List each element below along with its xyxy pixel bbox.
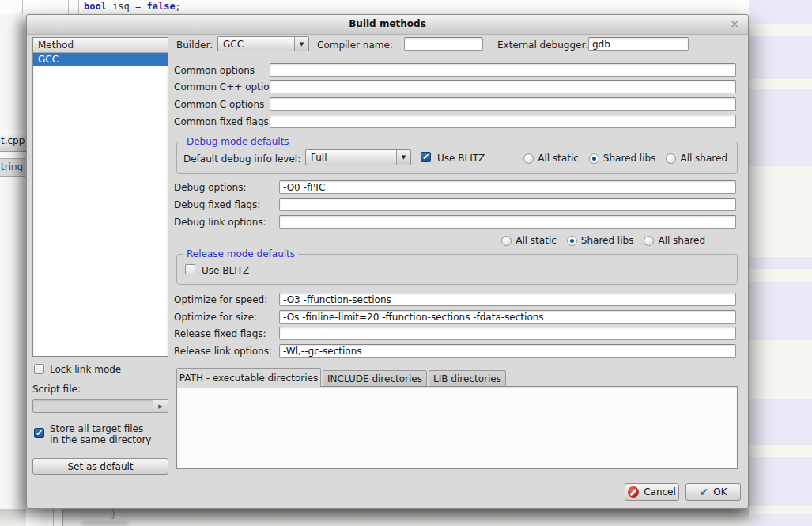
debug-info-level-value: Full bbox=[306, 150, 396, 165]
method-list[interactable]: Method GCC bbox=[32, 37, 168, 357]
release-use-blitz-checkbox[interactable] bbox=[185, 264, 195, 274]
release-use-blitz-label: Use BLITZ bbox=[202, 265, 249, 276]
debug-fixed-flags-input[interactable] bbox=[279, 198, 736, 211]
radio-icon[interactable] bbox=[501, 236, 512, 246]
dialog-title: Build methods bbox=[27, 15, 748, 33]
store-target-files-checkbox[interactable] bbox=[34, 428, 44, 438]
chevron-down-icon: ▼ bbox=[294, 37, 308, 51]
dialog-titlebar[interactable]: Build methods – × bbox=[27, 15, 748, 35]
radio-all-shared[interactable]: All shared bbox=[666, 153, 727, 164]
script-file-label: Script file: bbox=[32, 384, 81, 395]
release-group-title: Release mode defaults bbox=[183, 248, 298, 259]
debug-link-options-input[interactable] bbox=[279, 215, 736, 229]
editor-gutter-line bbox=[68, 0, 69, 14]
radio-icon[interactable] bbox=[666, 153, 676, 164]
debug-use-blitz-checkbox[interactable] bbox=[421, 152, 431, 162]
code-fragment: } bbox=[111, 509, 116, 520]
combo-arrow-icon[interactable]: ▶ bbox=[153, 400, 168, 412]
tab-include-directories[interactable]: INCLUDE directories bbox=[323, 370, 427, 387]
minimize-icon[interactable]: – bbox=[707, 15, 724, 33]
release-link-mode-radio-group: All static Shared libs All shared bbox=[491, 235, 705, 246]
code-fragment-blur bbox=[81, 521, 129, 526]
radio-all-static[interactable]: All static bbox=[523, 153, 579, 164]
script-file-combo-value bbox=[33, 400, 153, 412]
background-editor-area: bool isq = false; bbox=[0, 0, 749, 14]
common-options-label: Common options bbox=[174, 65, 255, 76]
file-tab-fragment[interactable]: t.cpp ▸ bbox=[0, 131, 27, 152]
debug-group-title: Debug mode defaults bbox=[183, 136, 293, 147]
common-fixed-flags-label: Common fixed flags bbox=[174, 116, 269, 127]
file-tab-label: t.cpp bbox=[1, 135, 25, 146]
debug-options-input[interactable] bbox=[279, 180, 736, 194]
common-fixed-flags-input[interactable] bbox=[270, 115, 736, 128]
file-tab-label: tring bbox=[1, 161, 23, 172]
method-list-item-gcc[interactable]: GCC bbox=[33, 53, 168, 66]
compiler-name-label: Compiler name: bbox=[317, 40, 393, 51]
builder-select[interactable]: GCC ▼ bbox=[217, 36, 309, 51]
code-text: ; bbox=[176, 1, 181, 12]
chevron-down-icon: ▼ bbox=[396, 150, 410, 165]
radio-icon[interactable] bbox=[644, 236, 654, 246]
optimize-size-label: Optimize for size: bbox=[174, 312, 257, 323]
builder-label: Builder: bbox=[176, 40, 213, 51]
common-c-options-input[interactable] bbox=[270, 97, 736, 111]
code-keyword: false bbox=[146, 1, 175, 12]
ok-check-icon: ✔ bbox=[699, 486, 708, 498]
editor-gutter-line bbox=[78, 0, 79, 14]
radio-icon[interactable] bbox=[523, 153, 534, 164]
cancel-button[interactable]: Cancel bbox=[625, 483, 679, 501]
common-options-input[interactable] bbox=[270, 63, 736, 77]
optimize-speed-label: Optimize for speed: bbox=[174, 294, 267, 305]
release-mode-defaults-group: Release mode defaults Use BLITZ bbox=[176, 254, 738, 285]
release-fixed-flags-input[interactable] bbox=[279, 327, 736, 340]
release-link-options-label: Release link options: bbox=[174, 346, 272, 357]
common-cpp-options-label: Common C++ options bbox=[174, 81, 280, 93]
tab-label: PATH - executable directories bbox=[179, 373, 318, 384]
background-row-stripes bbox=[749, 0, 812, 526]
file-tab-fragment-2[interactable]: tring bbox=[0, 158, 25, 177]
optimize-size-input[interactable] bbox=[279, 310, 736, 324]
directories-list-panel[interactable] bbox=[176, 386, 738, 469]
close-icon[interactable]: × bbox=[726, 15, 743, 33]
tab-label: LIB directories bbox=[433, 373, 501, 384]
editor-margin-column bbox=[26, 509, 63, 526]
external-debugger-label: External debugger: bbox=[497, 40, 588, 51]
ok-button[interactable]: ✔ OK bbox=[685, 483, 741, 501]
radio-label: All shared bbox=[680, 153, 727, 164]
editor-code-line: bool isq = false; bbox=[84, 1, 181, 12]
editor-gutter-line bbox=[22, 0, 23, 14]
common-cpp-options-input[interactable] bbox=[270, 80, 736, 93]
store-target-files-label-line1: Store all target files bbox=[50, 423, 143, 434]
radio-selected-icon[interactable] bbox=[567, 236, 577, 246]
cancel-label: Cancel bbox=[644, 486, 676, 498]
build-methods-dialog: Build methods – × Method GCC Lock link m… bbox=[26, 14, 749, 509]
tab-path-directories[interactable]: PATH - executable directories bbox=[176, 368, 321, 387]
tab-lib-directories[interactable]: LIB directories bbox=[429, 370, 506, 387]
set-as-default-button[interactable]: Set as default bbox=[32, 458, 168, 475]
common-c-options-label: Common C options bbox=[174, 99, 264, 110]
tab-label: INCLUDE directories bbox=[327, 373, 422, 384]
method-list-header[interactable]: Method bbox=[33, 38, 168, 53]
debug-link-mode-radio-group: All static Shared libs All shared bbox=[513, 153, 727, 164]
radio-all-shared[interactable]: All shared bbox=[644, 235, 705, 246]
radio-all-static[interactable]: All static bbox=[501, 235, 557, 246]
debug-info-level-label: Default debug info level: bbox=[183, 153, 300, 165]
release-link-options-input[interactable] bbox=[279, 344, 736, 358]
optimize-speed-input[interactable] bbox=[279, 293, 736, 306]
lock-link-mode-checkbox[interactable] bbox=[34, 364, 44, 374]
radio-shared-libs[interactable]: Shared libs bbox=[589, 153, 656, 164]
cancel-icon bbox=[628, 486, 639, 498]
background-bottom-area: } bbox=[0, 509, 749, 526]
debug-use-blitz-label: Use BLITZ bbox=[437, 153, 485, 164]
debug-info-level-select[interactable]: Full ▼ bbox=[305, 149, 411, 165]
script-file-combo[interactable]: ▶ bbox=[32, 399, 168, 413]
external-debugger-input[interactable] bbox=[588, 37, 689, 51]
radio-label: Shared libs bbox=[581, 235, 634, 246]
compiler-name-input[interactable] bbox=[404, 37, 483, 51]
editor-gutter-line bbox=[53, 509, 54, 526]
radio-shared-libs[interactable]: Shared libs bbox=[567, 235, 634, 246]
radio-selected-icon[interactable] bbox=[589, 153, 599, 164]
set-as-default-label: Set as default bbox=[67, 461, 133, 472]
radio-label: All shared bbox=[658, 235, 705, 246]
debug-link-options-label: Debug link options: bbox=[174, 217, 266, 228]
